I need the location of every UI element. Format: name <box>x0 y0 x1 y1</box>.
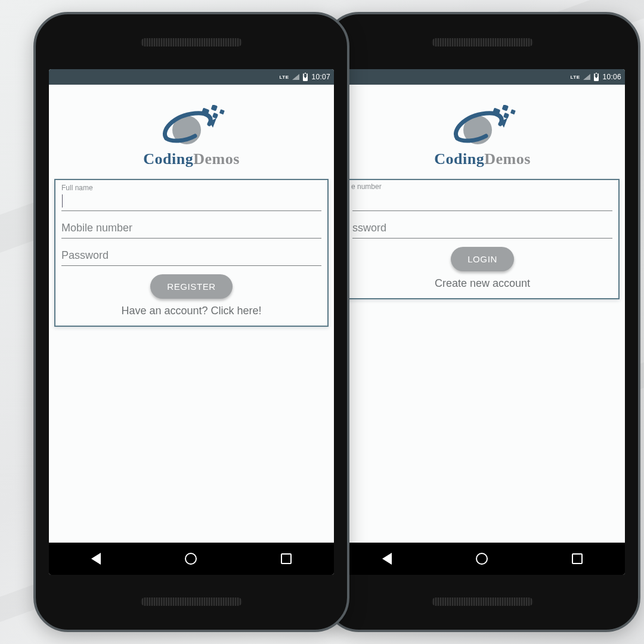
battery-icon <box>594 73 599 81</box>
app-content: CodingDemos Full name REGISTER <box>49 85 334 543</box>
login-form-card: e number LOGIN Create new account <box>345 179 620 299</box>
brand-part-a: Coding <box>434 150 484 168</box>
svg-rect-5 <box>510 109 516 114</box>
full-name-field[interactable]: Full name <box>61 184 321 211</box>
phone-device-left: LTE 10:07 CodingDemos <box>33 12 349 632</box>
mobile-number-field[interactable] <box>61 219 321 239</box>
field-label-fragment: e number <box>351 182 612 191</box>
speaker-bottom <box>432 597 533 606</box>
nav-overview-icon[interactable] <box>281 553 292 564</box>
password-field[interactable] <box>61 247 321 266</box>
nav-overview-icon[interactable] <box>572 553 583 564</box>
screen-right: LTE 10:06 CodingDemos <box>340 69 625 575</box>
brand-part-b: Demos <box>484 150 531 168</box>
network-lte-label: LTE <box>570 75 580 80</box>
text-cursor-icon <box>62 194 63 208</box>
brand-text: CodingDemos <box>434 150 531 168</box>
password-input[interactable] <box>352 219 612 239</box>
svg-rect-11 <box>219 109 225 114</box>
app-logo: CodingDemos <box>143 105 240 168</box>
svg-rect-9 <box>211 105 218 111</box>
mobile-number-input[interactable] <box>352 192 612 211</box>
signal-icon <box>583 74 590 80</box>
status-bar: LTE 10:07 <box>49 69 334 85</box>
nav-home-icon[interactable] <box>185 553 197 565</box>
brand-part-a: Coding <box>143 150 193 168</box>
brand-part-b: Demos <box>193 150 240 168</box>
planet-logo-icon <box>156 105 227 149</box>
svg-rect-3 <box>502 105 509 111</box>
speaker-top <box>432 38 533 47</box>
full-name-input[interactable] <box>63 193 321 211</box>
screen-left: LTE 10:07 CodingDemos <box>49 69 334 575</box>
app-content: CodingDemos e number LOGIN Create new ac… <box>340 85 625 543</box>
brand-text: CodingDemos <box>143 150 240 168</box>
nav-home-icon[interactable] <box>476 553 488 565</box>
planet-logo-icon <box>447 105 518 149</box>
status-clock: 10:06 <box>602 73 621 81</box>
network-lte-label: LTE <box>279 75 289 80</box>
battery-icon <box>303 73 308 81</box>
nav-back-icon[interactable] <box>382 553 392 565</box>
mobile-number-field-fragment[interactable]: e number <box>352 182 612 211</box>
nav-back-icon[interactable] <box>91 553 101 565</box>
mobile-number-input[interactable] <box>61 219 321 239</box>
status-clock: 10:07 <box>311 73 330 81</box>
password-field-fragment[interactable] <box>352 219 612 239</box>
register-form-card: Full name REGISTER Have an account? Clic… <box>54 179 329 327</box>
android-nav-bar <box>49 543 334 575</box>
android-nav-bar <box>340 543 625 575</box>
speaker-bottom <box>141 597 242 606</box>
speaker-top <box>141 38 242 47</box>
status-bar: LTE 10:06 <box>340 69 625 85</box>
svg-rect-4 <box>503 113 509 119</box>
login-button[interactable]: LOGIN <box>451 247 514 271</box>
phone-device-right: LTE 10:06 CodingDemos <box>324 12 640 632</box>
signal-icon <box>292 74 299 80</box>
have-account-link[interactable]: Have an account? Click here! <box>61 305 321 317</box>
svg-rect-10 <box>212 113 218 119</box>
register-button[interactable]: REGISTER <box>150 274 232 299</box>
password-input[interactable] <box>61 247 321 266</box>
full-name-label: Full name <box>61 184 321 192</box>
create-account-link[interactable]: Create new account <box>352 277 612 290</box>
app-logo: CodingDemos <box>434 105 531 168</box>
